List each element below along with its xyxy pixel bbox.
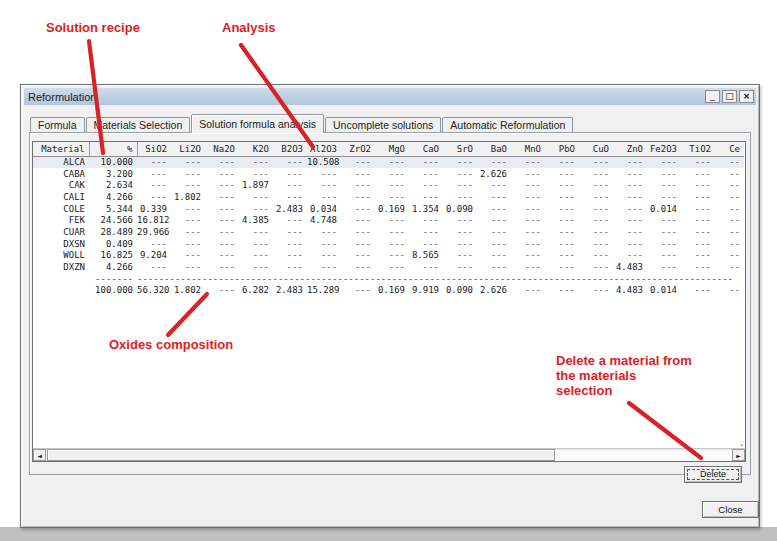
table-cell: --- — [307, 191, 341, 203]
table-cell: --- — [579, 179, 613, 191]
table-cell: --- — [341, 203, 375, 215]
table-cell: --- — [409, 214, 443, 226]
tab-solution-formula-analysis[interactable]: Solution formula analysis — [191, 114, 324, 133]
table-cell: --- — [273, 168, 307, 180]
table-row-alca[interactable]: ALCA10.000---------------10.508---------… — [33, 156, 744, 168]
totals-row: 100.00056.3201.802---6.2822.48315.289---… — [33, 285, 744, 297]
table-cell: --- — [511, 168, 545, 180]
table-cell: --- — [273, 261, 307, 273]
table-cell: --- — [239, 238, 273, 250]
table-cell — [33, 285, 89, 297]
table-cell: --- — [511, 203, 545, 215]
annotation-oxides-composition: Oxides composition — [109, 337, 233, 352]
table-row-caba[interactable]: CABA3.200------------------------------2… — [33, 168, 744, 180]
tab-materials-selection[interactable]: Materials Selection — [86, 117, 191, 133]
column-header-pbo[interactable]: PbO — [545, 142, 579, 156]
table-cell: 10.508 — [307, 156, 341, 168]
close-window-button[interactable]: × — [739, 90, 754, 103]
table-cell: 0.339 — [137, 203, 171, 215]
table-cell: --- — [477, 238, 511, 250]
table-cell: --- — [171, 226, 205, 238]
table-cell: -- — [715, 179, 744, 191]
table-cell: --- — [443, 250, 477, 262]
table-cell: ------- — [89, 273, 137, 285]
table-cell: 0.034 — [307, 203, 341, 215]
table-cell: WOLL — [33, 250, 89, 262]
scroll-left-button[interactable]: ◄ — [33, 449, 46, 461]
table-row-cali[interactable]: CALI4.266---1.802-----------------------… — [33, 191, 744, 203]
table-cell: 0.014 — [647, 285, 681, 297]
table-cell: --- — [511, 191, 545, 203]
column-header-na2o[interactable]: Na2O — [205, 142, 239, 156]
column-header-cuo[interactable]: CuO — [579, 142, 613, 156]
table-cell: --- — [545, 238, 579, 250]
scrollbar-thumb[interactable] — [47, 449, 555, 461]
table-cell: 16.825 — [89, 250, 137, 262]
table-cell: 4.385 — [239, 214, 273, 226]
table-cell: --- — [307, 250, 341, 262]
table-cell: --- — [545, 203, 579, 215]
column-header-al2o3[interactable]: Al2O3 — [307, 142, 341, 156]
column-header-zro2[interactable]: ZrO2 — [341, 142, 375, 156]
stray-dot: . — [739, 438, 744, 448]
table-cell: --- — [205, 203, 239, 215]
table-cell: --- — [273, 179, 307, 191]
table-row-fek[interactable]: FEK24.56616.812------4.385---4.748------… — [33, 214, 744, 226]
table-cell: -- — [715, 214, 744, 226]
column-header-tio2[interactable]: TiO2 — [681, 142, 715, 156]
horizontal-scrollbar[interactable]: ◄ ► — [33, 448, 745, 461]
table-cell: COLE — [33, 203, 89, 215]
table-cell: --- — [613, 156, 647, 168]
column-header-b2o3[interactable]: B2O3 — [273, 142, 307, 156]
column-header-material[interactable]: Material — [33, 142, 89, 156]
tab-automatic-reformulation[interactable]: Automatic Reformulation — [442, 117, 573, 133]
table-cell: --- — [613, 179, 647, 191]
table-row-woll[interactable]: WOLL16.8259.204---------------------8.56… — [33, 250, 744, 262]
table-cell: --- — [341, 191, 375, 203]
maximize-button[interactable]: □ — [722, 90, 737, 103]
table-cell: --- — [443, 238, 477, 250]
column-header-mno[interactable]: MnO — [511, 142, 545, 156]
delete-button[interactable]: Delete — [684, 466, 742, 483]
close-button[interactable]: Close — [702, 501, 759, 518]
table-cell: --- — [443, 191, 477, 203]
table-row-cak[interactable]: CAK2.634---------1.897------------------… — [33, 179, 744, 191]
column-header-cao[interactable]: CaO — [409, 142, 443, 156]
table-cell: --- — [681, 191, 715, 203]
title-bar[interactable]: Reformulation _ □ × — [24, 88, 756, 105]
column-header-k2o[interactable]: K2O — [239, 142, 273, 156]
table-cell: --- — [579, 203, 613, 215]
table-row-dxsn[interactable]: DXSN0.409-------------------------------… — [33, 238, 744, 250]
table-cell: --- — [477, 156, 511, 168]
table-cell: --- — [307, 179, 341, 191]
table-cell: --- — [205, 285, 239, 297]
table-cell: 29.966 — [137, 226, 171, 238]
column-header-sio2[interactable]: SiO2 — [137, 142, 171, 156]
table-row-dxzn[interactable]: DXZN4.266-------------------------------… — [33, 261, 744, 273]
table-cell: --- — [579, 238, 613, 250]
table-cell: --- — [647, 168, 681, 180]
annotation-analysis: Analysis — [222, 20, 275, 35]
column-header-sro[interactable]: SrO — [443, 142, 477, 156]
tab-formula[interactable]: Formula — [30, 117, 85, 133]
close-button-label: Close — [718, 504, 742, 515]
tab-uncomplete-solutions[interactable]: Uncomplete solutions — [325, 117, 441, 133]
table-cell: --- — [511, 226, 545, 238]
column-header-ce[interactable]: Ce — [715, 142, 744, 156]
column-header-bao[interactable]: BaO — [477, 142, 511, 156]
table-cell: --- — [409, 261, 443, 273]
table-cell: --- — [477, 250, 511, 262]
column-header-mgo[interactable]: MgO — [375, 142, 409, 156]
table-cell: 0.090 — [443, 203, 477, 215]
table-cell: --- — [137, 261, 171, 273]
table-row-cole[interactable]: COLE5.3440.339---------2.4830.034---0.16… — [33, 203, 744, 215]
column-header-%[interactable]: % — [89, 142, 137, 156]
scrollbar-track[interactable] — [46, 449, 732, 461]
column-header-zno[interactable]: ZnO — [613, 142, 647, 156]
table-row-cuar[interactable]: CUAR28.48929.966------------------------… — [33, 226, 744, 238]
table-cell: ALCA — [33, 156, 89, 168]
minimize-button[interactable]: _ — [705, 90, 720, 103]
column-header-li2o[interactable]: Li2O — [171, 142, 205, 156]
scroll-right-button[interactable]: ► — [732, 449, 745, 461]
column-header-fe2o3[interactable]: Fe2O3 — [647, 142, 681, 156]
